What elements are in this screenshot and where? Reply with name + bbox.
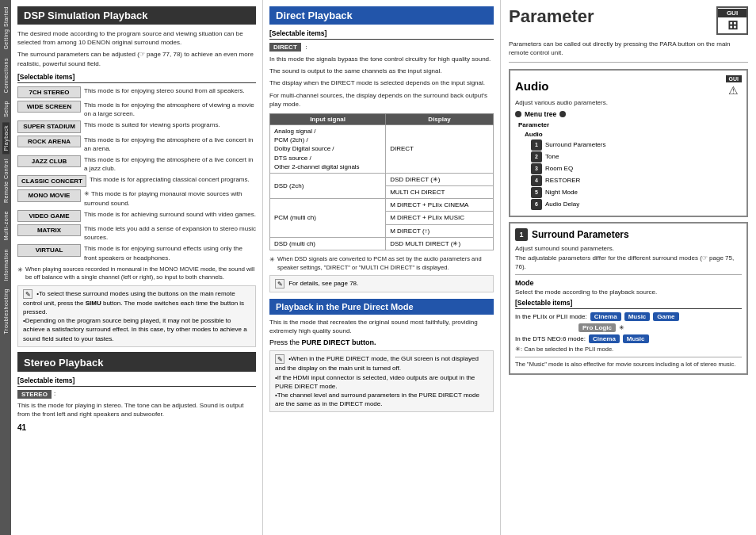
pure-direct-note1: •When in the PURE DIRECT mode, the GUI s… bbox=[275, 355, 479, 372]
dsp-item-val-matrix: This mode lets you add a sense of expans… bbox=[84, 224, 256, 242]
sidebar-tab-information[interactable]: Information bbox=[2, 246, 10, 285]
surround-selectable-label: [Selectable items] bbox=[515, 299, 742, 309]
signal-table: Input signal Display Analog signal /PCM … bbox=[269, 113, 494, 250]
direct-key: DIRECT bbox=[269, 43, 301, 52]
pro-logic-row: Pro Logic ✳ bbox=[515, 323, 742, 332]
sidebar-tab-troubleshooting[interactable]: Troubleshooting bbox=[2, 285, 10, 337]
tree-audio: Audio bbox=[515, 130, 742, 139]
dsp-item-val-virtual: This mode is for enjoying surround effec… bbox=[84, 244, 256, 262]
tree-label-5: Night Mode bbox=[545, 188, 578, 197]
tree-num-5: 5 bbox=[531, 187, 542, 198]
dsp-item-key-super: SUPER STADIUM bbox=[17, 120, 81, 132]
audio-desc: Adjust various audio parameters. bbox=[515, 99, 742, 106]
asterisk-icon-2: ✳ bbox=[269, 255, 275, 272]
stereo-desc: This is the mode for playing in stereo. … bbox=[17, 401, 256, 418]
table-cell-analog-display: DIRECT bbox=[386, 124, 494, 173]
table-cell-analog-signal: Analog signal /PCM (2ch) /Dolby Digital … bbox=[270, 124, 386, 173]
tree-label-2: Tone bbox=[545, 152, 559, 162]
direct-desc2: The sound is output to the same channels… bbox=[269, 67, 494, 75]
asterisk-note-text: When playing sources recorded in monaura… bbox=[25, 266, 256, 282]
tree-item-4: 4 RESTORER bbox=[515, 175, 742, 186]
table-header-input: Input signal bbox=[270, 113, 386, 124]
sidebar-tab-connections[interactable]: Connections bbox=[2, 55, 10, 96]
dsp-item-val-classic: This mode is for appreciating classical … bbox=[90, 175, 250, 184]
direct-desc3: The display when the DIRECT mode is sele… bbox=[269, 78, 494, 87]
table-cell-dsd2ch-signal: DSD (2ch) bbox=[270, 173, 386, 198]
tree-label-6: Audio Delay bbox=[545, 200, 579, 209]
dsp-item-video-game: VIDEO GAME This mode is for achieving su… bbox=[17, 210, 256, 222]
dsp-item-super-stadium: SUPER STADIUM This mode is suited for vi… bbox=[17, 120, 256, 132]
music-btn-1[interactable]: Music bbox=[624, 312, 651, 321]
dsp-note-block-1: ✎ •To select these surround modes using … bbox=[17, 285, 256, 347]
gui-icon: ⊞ bbox=[727, 17, 738, 32]
mid-column: Direct Playback [Selectable items] DIREC… bbox=[263, 0, 501, 535]
music-note: The "Music" mode is also effective for m… bbox=[515, 357, 742, 369]
pure-direct-bold: PURE DIRECT button. bbox=[302, 338, 376, 346]
dsp-item-wide-screen: WIDE SCREEN This mode is for enjoying th… bbox=[17, 101, 256, 118]
dot-circle-left bbox=[515, 111, 521, 117]
pro-logic-btn[interactable]: Pro Logic bbox=[578, 323, 616, 332]
table-note: ✳ When DSD signals are converted to PCM … bbox=[269, 255, 494, 272]
sidebar-tab-playback[interactable]: Playback bbox=[2, 122, 10, 154]
page-number: 41 bbox=[17, 423, 256, 432]
dsp-item-val-super: This mode is suited for viewing sports p… bbox=[84, 120, 220, 129]
tree-num-4: 4 bbox=[531, 175, 542, 186]
direct-desc1: In this mode the signals bypass the tone… bbox=[269, 55, 494, 63]
surround-desc2: The adjustable parameters differ for the… bbox=[515, 254, 742, 271]
cinema-btn-2[interactable]: Cinema bbox=[589, 334, 620, 343]
for-details-text: For details, see page 78. bbox=[288, 280, 358, 287]
table-row-dsd-multi: DSD (multi ch) DSD MULTI DIRECT (✳) bbox=[270, 237, 494, 250]
tree-label-3: Room EQ bbox=[545, 164, 573, 174]
press-pure-direct: Press the PURE DIRECT button. bbox=[269, 338, 494, 346]
dsp-item-jazz-club: JAZZ CLUB This mode is for enjoying the … bbox=[17, 155, 256, 173]
dot-circle-right bbox=[559, 111, 566, 117]
dsp-item-val-7ch: This mode is for enjoying stereo sound f… bbox=[84, 86, 245, 95]
table-cell-multi-direct-display: MULTI CH DIRECT bbox=[386, 186, 494, 199]
dsp-item-val-rock: This mode is for enjoying the atmosphere… bbox=[84, 136, 256, 153]
gui-label-top: GUI bbox=[718, 9, 746, 17]
direct-desc4: For multi-channel sources, the display d… bbox=[269, 91, 494, 109]
dsp-note2: •Depending on the program source being p… bbox=[23, 317, 247, 342]
left-column: DSP Simulation Playback The desired mode… bbox=[11, 0, 263, 535]
pure-direct-header: Playback in the Pure Direct Mode bbox=[269, 299, 494, 315]
pure-direct-notes: ✎ •When in the PURE DIRECT mode, the GUI… bbox=[269, 350, 494, 412]
stereo-item: STEREO : bbox=[17, 390, 256, 399]
dsp-item-mono-movie: MONO MOVIE ✳ This mode is for playing mo… bbox=[17, 189, 256, 207]
mode-label: Mode bbox=[515, 279, 742, 287]
game-btn-1[interactable]: Game bbox=[653, 312, 678, 321]
direct-colon: : bbox=[305, 44, 307, 51]
direct-key-row: DIRECT : bbox=[269, 43, 494, 52]
sidebar-tab-setup[interactable]: Setup bbox=[2, 97, 10, 120]
stereo-selectable-label: [Selectable items] bbox=[17, 376, 256, 387]
mode-desc: Select the mode according to the playbac… bbox=[515, 289, 742, 296]
menu-tree-label: Menu tree bbox=[515, 110, 742, 118]
stereo-key: STEREO bbox=[17, 390, 52, 399]
gui-box: GUI ⊞ bbox=[716, 6, 748, 35]
dsp-body-text-1: The desired mode according to the progra… bbox=[17, 29, 256, 47]
dsp-item-val-jazz: This mode is for enjoying the atmosphere… bbox=[84, 155, 256, 173]
tree-item-5: 5 Night Mode bbox=[515, 187, 742, 198]
dts-label: In the DTS NEO:6 mode: bbox=[515, 335, 586, 342]
table-cell-dsd-multi-display: DSD MULTI DIRECT (✳) bbox=[386, 237, 494, 250]
table-row-pcm-multi: PCM (multi ch) M DIRECT + PLIIx CINEMA bbox=[270, 199, 494, 212]
surround-title: Surround Parameters bbox=[532, 229, 629, 240]
table-cell-pcm-signal: PCM (multi ch) bbox=[270, 199, 386, 238]
table-note-text: When DSD signals are converted to PCM as… bbox=[277, 255, 494, 272]
table-cell-dsd-multi-signal: DSD (multi ch) bbox=[270, 237, 386, 250]
stereo-section-header: Stereo Playback bbox=[17, 353, 256, 372]
sidebar-tab-getting-started[interactable]: Getting Started bbox=[2, 3, 10, 53]
surround-desc: Adjust surround sound parameters. The ad… bbox=[515, 244, 742, 275]
cinema-btn-1[interactable]: Cinema bbox=[590, 312, 621, 321]
dsp-note1: •To select these surround modes using th… bbox=[23, 290, 244, 315]
dsp-item-key-wide: WIDE SCREEN bbox=[17, 101, 81, 113]
table-row-analog: Analog signal /PCM (2ch) /Dolby Digital … bbox=[270, 124, 494, 173]
direct-for-details: ✎ For details, see page 78. bbox=[269, 275, 494, 292]
surround-desc1: Adjust surround sound parameters. bbox=[515, 244, 742, 253]
table-cell-pcm-display2: M DIRECT + PLIIx MUSIC bbox=[386, 212, 494, 224]
sidebar-tab-multi-zone[interactable]: Multi-zone bbox=[2, 208, 10, 243]
dsp-item-val-wide: This mode is for enjoying the atmosphere… bbox=[84, 101, 256, 118]
audio-icons: GUI ⚠ bbox=[726, 75, 742, 97]
sidebar-tab-remote-control[interactable]: Remote Control bbox=[2, 155, 10, 206]
music-btn-2[interactable]: Music bbox=[623, 334, 649, 343]
direct-selectable-label: [Selectable items] bbox=[269, 29, 494, 40]
